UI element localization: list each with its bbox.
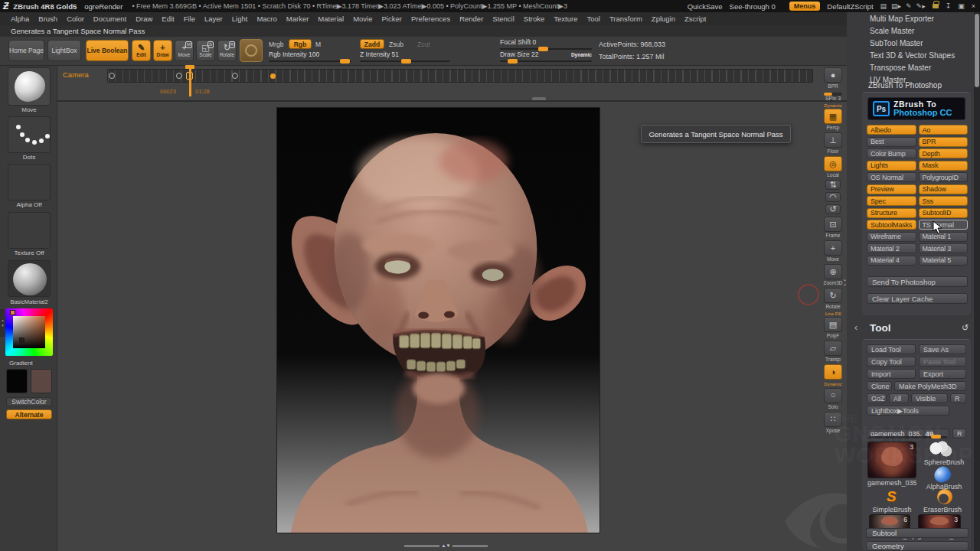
- minimize-icon[interactable]: ↧: [946, 2, 952, 10]
- render-pass-toggle[interactable]: Preview: [867, 184, 916, 194]
- timeline-keyframe-icon[interactable]: [176, 73, 182, 79]
- gradient-label[interactable]: Gradient: [9, 360, 61, 367]
- clear-layer-cache-button[interactable]: Clear Layer Cache: [867, 293, 968, 304]
- menu-item[interactable]: Light: [227, 15, 253, 23]
- render-pass-toggle[interactable]: OS Normal: [867, 172, 916, 182]
- draw-button[interactable]: + Draw: [153, 40, 172, 61]
- restore-icon[interactable]: ▣: [958, 2, 965, 10]
- menu-item[interactable]: Layer: [200, 15, 227, 23]
- timeline-keyframe-selected-icon[interactable]: [270, 73, 276, 79]
- render-pass-toggle[interactable]: Ao: [919, 125, 969, 135]
- panel-scrollbar[interactable]: [974, 12, 980, 551]
- render-pass-toggle[interactable]: Spec: [867, 196, 916, 206]
- zplugin-menu-item[interactable]: Multi Map Exporter: [870, 12, 969, 24]
- menu-item[interactable]: Document: [89, 15, 131, 23]
- right-shelf-button[interactable]: ● BPR: [824, 67, 842, 89]
- right-shelf-button[interactable]: ⊥ Floor: [824, 132, 842, 154]
- menu-item[interactable]: Material: [313, 15, 348, 23]
- titlebar-tool-icon[interactable]: ✎▸: [916, 2, 926, 10]
- menu-item[interactable]: Render: [455, 15, 488, 23]
- live-boolean-button[interactable]: Live Boolean: [86, 40, 129, 61]
- focal-shift-slider[interactable]: Focal Shift 0: [500, 39, 592, 50]
- default-zscript-button[interactable]: DefaultZScript: [827, 2, 873, 11]
- menu-item[interactable]: Stencil: [488, 15, 519, 23]
- tool-palette-title[interactable]: Tool: [870, 322, 891, 334]
- titlebar-tool-icon[interactable]: ▤: [880, 2, 887, 10]
- save-as-button[interactable]: Save As: [919, 344, 966, 354]
- right-shelf-button[interactable]: ↻ Rotate: [824, 288, 842, 309]
- menu-item[interactable]: Zscript: [680, 15, 711, 23]
- document-viewport[interactable]: [276, 107, 600, 533]
- right-shelf-button[interactable]: Line Fill ▤ PolyF: [824, 311, 842, 338]
- menu-item[interactable]: Color: [62, 15, 89, 23]
- menu-item[interactable]: Picker: [377, 15, 407, 23]
- right-shelf-button[interactable]: ⇅: [825, 180, 841, 190]
- render-pass-toggle[interactable]: Material 5: [919, 256, 969, 266]
- goz-visible-button[interactable]: Visible: [911, 393, 948, 403]
- titlebar-tool-icon[interactable]: ✎: [906, 2, 912, 10]
- zplugin-menu-item[interactable]: Scale Master: [870, 24, 969, 37]
- render-pass-toggle[interactable]: Best: [867, 137, 916, 147]
- menu-item[interactable]: Macro: [252, 15, 281, 23]
- zcut-toggle[interactable]: Zcut: [417, 41, 430, 48]
- zplugin-menu-item[interactable]: Text 3D & Vector Shapes: [870, 49, 969, 61]
- move-button[interactable]: M + Move: [175, 40, 194, 61]
- render-pass-toggle[interactable]: Color Bump: [867, 148, 916, 158]
- send-to-photoshop-button[interactable]: Send To Photoshop: [867, 276, 968, 287]
- goz-all-button[interactable]: All: [889, 393, 909, 403]
- z-intensity-slider[interactable]: Z Intensity 51: [360, 51, 450, 62]
- right-shelf-button[interactable]: ◎ Local: [824, 156, 842, 178]
- copy-tool-button[interactable]: Copy Tool: [867, 357, 916, 367]
- menu-item[interactable]: Preferences: [407, 15, 455, 23]
- right-shelf-button[interactable]: ▱ Transp: [824, 341, 842, 362]
- alternate-button[interactable]: Alternate: [6, 409, 52, 419]
- titlebar-tool-icon[interactable]: ▤▸: [891, 2, 901, 10]
- render-pass-toggle[interactable]: TS Normal: [919, 220, 969, 230]
- render-pass-toggle[interactable]: Material 1: [919, 232, 969, 242]
- zplugin-menu-item[interactable]: SubTool Master: [870, 37, 969, 49]
- menus-button[interactable]: Menus: [789, 2, 821, 11]
- texture-thumbnail[interactable]: [8, 212, 51, 249]
- menu-item[interactable]: Alpha: [6, 15, 34, 23]
- current-stroke-button[interactable]: [240, 39, 263, 62]
- tool-slot-slider[interactable]: gamemesh_035. 49: [867, 429, 949, 439]
- timeline-track[interactable]: 00023 01:28: [107, 69, 813, 83]
- see-through-slider[interactable]: See-through 0: [730, 2, 776, 11]
- render-pass-toggle[interactable]: Material 4: [867, 256, 916, 266]
- load-tool-button[interactable]: Load Tool: [867, 344, 916, 354]
- home-page-button[interactable]: Home Page: [8, 40, 44, 61]
- zsub-toggle[interactable]: Zsub: [389, 41, 403, 48]
- right-shelf-button[interactable]: ↺: [825, 204, 841, 214]
- render-pass-toggle[interactable]: PolygroupID: [919, 172, 969, 182]
- render-pass-toggle[interactable]: Mask: [919, 161, 969, 171]
- subtool-section-bar[interactable]: Subtool: [866, 528, 969, 538]
- goz-button[interactable]: GoZ: [867, 393, 887, 403]
- sphere-brush-icon[interactable]: [928, 441, 954, 458]
- make-polymesh3d-button[interactable]: Make PolyMesh3D: [894, 381, 966, 391]
- right-shelf-button[interactable]: Dynamic ▦ Persp: [824, 103, 842, 130]
- lightbox-tools-button[interactable]: Lightbox▶Tools: [867, 406, 949, 416]
- main-color-swatch[interactable]: [6, 369, 28, 393]
- menu-item[interactable]: Brush: [34, 15, 62, 23]
- clone-button[interactable]: Clone: [867, 381, 892, 391]
- render-pass-toggle[interactable]: BPR: [919, 137, 969, 147]
- right-shelf-button[interactable]: SPix 3: [824, 91, 842, 101]
- import-button[interactable]: Import: [867, 369, 916, 379]
- render-pass-toggle[interactable]: SubtoolMasks: [867, 220, 916, 230]
- render-pass-toggle[interactable]: SubtoolID: [919, 208, 969, 218]
- camera-track-label[interactable]: Camera: [63, 70, 89, 79]
- menu-item[interactable]: Zplugin: [647, 15, 680, 23]
- menu-item[interactable]: Edit: [157, 15, 178, 23]
- right-shelf-button[interactable]: ∷ Xpose: [824, 412, 842, 433]
- sv-picker[interactable]: [13, 316, 45, 348]
- menu-item[interactable]: Stroke: [519, 15, 549, 23]
- zplugin-menu-item[interactable]: Transpose Master: [870, 61, 969, 73]
- current-tool-thumbnail[interactable]: 3: [867, 442, 916, 478]
- current-brush-thumbnail[interactable]: [8, 67, 51, 106]
- rgb-toggle[interactable]: Rgb: [289, 39, 312, 49]
- right-shelf-button[interactable]: ⊕ Zoom3D: [824, 264, 843, 285]
- render-pass-toggle[interactable]: Lights: [867, 161, 916, 171]
- menu-item[interactable]: Marker: [282, 15, 314, 23]
- lock-icon[interactable]: [933, 4, 939, 8]
- menu-item[interactable]: Movie: [348, 15, 377, 23]
